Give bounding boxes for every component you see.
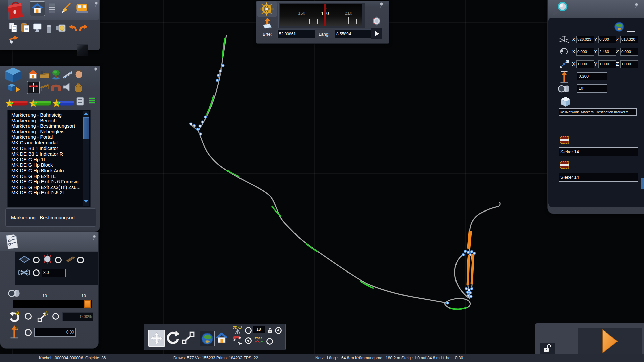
track-control-point[interactable] xyxy=(462,253,464,256)
insert-object-button[interactable] xyxy=(8,35,20,44)
longitude-field[interactable]: 8.55894 xyxy=(335,29,372,38)
lock-radio[interactable] xyxy=(275,327,282,334)
height-offset-field[interactable]: 0.00 xyxy=(34,328,76,337)
rot-z-field[interactable]: 0.000 xyxy=(620,48,638,56)
rolling-stock-button[interactable] xyxy=(74,2,89,14)
copy-button[interactable] xyxy=(8,22,19,33)
list-item[interactable]: MK DE G Hp Exit 1L xyxy=(8,174,90,179)
track-control-point[interactable] xyxy=(217,74,219,76)
home-view-button[interactable] xyxy=(215,332,228,345)
rot-x-field[interactable]: 0.000 xyxy=(576,48,594,56)
screenshot-button[interactable] xyxy=(32,23,42,33)
track-control-point[interactable] xyxy=(467,294,469,297)
list-item[interactable]: MK DE G Hp Block xyxy=(8,162,90,168)
toolbox-icon[interactable] xyxy=(5,0,25,21)
auto-rotate-radio[interactable] xyxy=(25,313,32,320)
gyro-style-radio[interactable] xyxy=(55,257,62,263)
list-item[interactable]: MK DE Bü 1 Indicator xyxy=(8,146,90,152)
scroll-thumb[interactable] xyxy=(83,117,89,139)
pin-icon[interactable] xyxy=(94,1,99,7)
palette-track-objects-button[interactable] xyxy=(62,68,73,80)
track-control-point[interactable] xyxy=(466,291,469,293)
track-segment[interactable] xyxy=(207,95,214,115)
edge-scroll-nub[interactable] xyxy=(641,178,644,189)
route-name-field-1[interactable]: Sieker 14 xyxy=(559,147,638,156)
scale-tool-button[interactable] xyxy=(181,330,195,345)
list-view-button[interactable] xyxy=(76,97,84,106)
measure-button[interactable] xyxy=(55,23,66,33)
track-control-point[interactable] xyxy=(216,79,218,81)
track-segment[interactable] xyxy=(470,202,500,231)
track-control-point[interactable] xyxy=(199,125,201,127)
model-path-field[interactable]: RailNetwork~Markers~Destination marker.x xyxy=(559,108,637,116)
track-control-point[interactable] xyxy=(470,295,472,297)
latitude-field[interactable]: 52.00861 xyxy=(277,29,315,38)
auto-height-radio[interactable] xyxy=(25,329,32,336)
track-control-point[interactable] xyxy=(473,252,475,254)
list-item[interactable]: Markierung - Portal xyxy=(8,134,90,140)
list-item[interactable]: MK Crane Intermodal xyxy=(8,140,90,146)
palette-signals-button[interactable] xyxy=(27,81,40,94)
favorites-green-button[interactable] xyxy=(29,99,52,108)
scroll-up-icon[interactable] xyxy=(84,112,88,115)
track-control-point[interactable] xyxy=(222,64,224,67)
undo-button[interactable] xyxy=(68,23,78,33)
category-3d-cube-icon[interactable] xyxy=(3,66,23,84)
palette-sounds-button[interactable] xyxy=(62,82,72,93)
list-item[interactable]: MK DE G Hp Exit Zs3(Tri) Zs6... xyxy=(8,185,90,190)
grid-view-button[interactable] xyxy=(89,97,95,104)
gradient-field[interactable]: 0.00% xyxy=(62,312,93,321)
object-height-field[interactable]: 0.300 xyxy=(577,72,607,80)
range-slider[interactable] xyxy=(13,300,92,308)
category-cube-arrow-icon[interactable] xyxy=(7,83,21,93)
pos-x-field[interactable]: 526.023 xyxy=(576,36,594,43)
auto-move-radio[interactable] xyxy=(52,313,59,320)
pin-icon[interactable] xyxy=(379,2,384,8)
track-segment[interactable] xyxy=(469,231,470,249)
home-view-button[interactable] xyxy=(30,1,45,16)
camera-gyro-button[interactable] xyxy=(372,16,382,26)
coords-checkbox[interactable] xyxy=(627,23,635,32)
object-count-field[interactable]: 10 xyxy=(577,84,607,93)
track-control-point[interactable] xyxy=(467,251,469,253)
marker-list[interactable]: Markierung - BahnsteigMarkierung - Berei… xyxy=(7,110,91,207)
lattice-style-radio[interactable] xyxy=(33,269,40,276)
track-control-point[interactable] xyxy=(196,128,199,130)
brush-mode-button[interactable] xyxy=(59,2,72,14)
compass-wheel-button[interactable] xyxy=(257,1,277,17)
list-item[interactable]: MK DE G Hp Block Auto xyxy=(8,168,90,174)
track-segment[interactable] xyxy=(449,307,467,309)
palette-goods-button[interactable] xyxy=(73,81,84,93)
track-control-point[interactable] xyxy=(464,250,466,252)
track-segment[interactable] xyxy=(472,254,473,284)
track-control-point[interactable] xyxy=(465,287,467,290)
pos-z-field[interactable]: 818.320 xyxy=(620,36,638,43)
list-item[interactable]: Markierung - Nebengleis xyxy=(8,129,90,135)
globe-view-button[interactable] xyxy=(200,331,215,346)
track-segment[interactable] xyxy=(306,244,318,252)
palette-structures-button[interactable] xyxy=(28,68,38,80)
redo-button[interactable] xyxy=(78,23,89,33)
list-item[interactable]: Markierung - Bereich xyxy=(8,118,90,124)
ts14-layer-radio[interactable] xyxy=(266,338,273,345)
pin-icon[interactable] xyxy=(634,3,639,9)
global-coords-button[interactable] xyxy=(614,21,625,32)
track-control-point[interactable] xyxy=(219,70,221,72)
track-control-point[interactable] xyxy=(199,133,202,135)
palette-vegetation-button[interactable] xyxy=(51,68,61,80)
plank-style-radio[interactable] xyxy=(77,257,84,263)
rot-y-field[interactable]: 2.463 xyxy=(598,48,616,56)
list-item[interactable]: MK DE G Hp Exit Zs6 2L xyxy=(8,190,90,196)
list-item[interactable]: Markierung - Bestimmungsort xyxy=(8,123,90,129)
track-control-point[interactable] xyxy=(469,291,471,294)
track-control-point[interactable] xyxy=(446,302,449,304)
track-control-point[interactable] xyxy=(193,124,195,127)
marker-list-scrollbar[interactable] xyxy=(83,111,89,206)
pin-icon[interactable] xyxy=(93,67,98,73)
scroll-down-icon[interactable] xyxy=(84,200,88,203)
map-locator-icon[interactable] xyxy=(262,17,273,29)
pos-y-field[interactable]: 0.300 xyxy=(598,36,616,43)
palette-industry-button[interactable] xyxy=(39,68,50,80)
route-name-field-2[interactable]: Sieker 14 xyxy=(559,173,638,182)
track-control-point[interactable] xyxy=(204,116,206,118)
